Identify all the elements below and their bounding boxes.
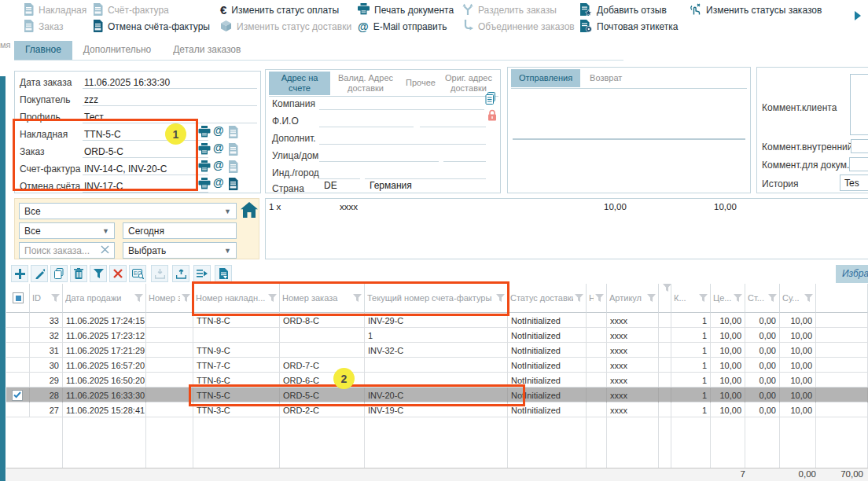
company-input[interactable] xyxy=(319,109,484,110)
grid-cell[interactable]: 1 xyxy=(671,328,711,343)
grid-cell[interactable]: 10,00 xyxy=(711,358,745,373)
grid-cell[interactable]: 10,00 xyxy=(711,313,745,328)
grid-cell[interactable]: 11.06.2025 17:21:29 xyxy=(63,343,146,358)
internal-comment-input[interactable] xyxy=(851,139,868,153)
grid-cell[interactable]: 27 xyxy=(30,402,63,417)
export-page-button[interactable] xyxy=(215,265,232,282)
side-strip[interactable] xyxy=(0,76,6,481)
header-cell[interactable] xyxy=(659,284,671,313)
filter-icon[interactable] xyxy=(768,294,777,302)
grid-cell[interactable]: 11.06.2025 16:50:20 xyxy=(63,373,146,388)
grid-cell[interactable]: 1 xyxy=(671,343,711,358)
grid-cell[interactable] xyxy=(587,373,607,388)
delete-button[interactable] xyxy=(70,265,87,282)
grid-cell[interactable] xyxy=(146,373,193,388)
grid-cell[interactable]: INV-19-C xyxy=(365,402,508,417)
grid-cell[interactable]: 1 xyxy=(671,358,711,373)
grid-cell[interactable]: TTN-9-C xyxy=(193,343,280,358)
grid-cell[interactable]: 10,00 xyxy=(780,343,816,358)
cancel-invoice-doc-button[interactable] xyxy=(228,178,238,193)
tab-additional[interactable]: Дополнительно xyxy=(72,41,162,60)
filter-icon[interactable] xyxy=(134,294,143,302)
waybill-button[interactable]: Накладная xyxy=(24,3,86,17)
merge-orders-button[interactable]: Объединение заказов xyxy=(462,20,575,34)
filter-icon[interactable] xyxy=(699,294,708,302)
grid-cell[interactable]: 0,00 xyxy=(745,373,780,388)
invoice-button[interactable]: Счёт-фактура xyxy=(93,3,169,17)
grid-cell[interactable]: ORD-7-C xyxy=(280,358,365,373)
grid-cell[interactable] xyxy=(659,313,671,328)
filter-button[interactable] xyxy=(90,265,107,282)
grid-cell[interactable] xyxy=(146,343,193,358)
tab-main[interactable]: Главное xyxy=(14,41,72,60)
filter-icon[interactable] xyxy=(51,294,60,302)
grid-cell[interactable]: xxxx xyxy=(607,328,659,343)
email-cancel-invoice-button[interactable]: @ xyxy=(213,176,224,189)
change-delivery-status-button[interactable]: Изменить статус доставки xyxy=(220,20,351,34)
grid-cell[interactable]: NotInitialized xyxy=(508,358,587,373)
grid-cell[interactable]: xxxx xyxy=(607,402,659,417)
grid-row[interactable]: 3311.06.2025 17:24:15TTN-8-CORD-8-CINV-2… xyxy=(6,313,868,328)
grid-cell[interactable] xyxy=(587,328,607,343)
grid-cell[interactable]: ORD-8-C xyxy=(280,313,365,328)
import-button[interactable] xyxy=(151,265,168,282)
change-payment-status-button[interactable]: € Изменить статус оплаты xyxy=(220,3,339,17)
grid-cell[interactable] xyxy=(816,402,868,417)
filter-icon[interactable] xyxy=(182,294,190,302)
grid-cell[interactable]: xxxx xyxy=(607,358,659,373)
grid-cell[interactable]: 0,00 xyxy=(745,358,780,373)
print-invoice-button[interactable] xyxy=(198,160,211,175)
change-order-statuses-button[interactable]: Изменить статусы заказов xyxy=(689,3,822,17)
favorites-tab[interactable]: Избра xyxy=(836,265,868,283)
grid-cell[interactable]: 10,00 xyxy=(780,388,816,402)
history-input[interactable]: Tes xyxy=(840,175,868,191)
grid-cell[interactable]: TTN-8-C xyxy=(193,313,280,328)
filter-icon[interactable] xyxy=(647,294,656,302)
grid-cell[interactable]: 10,00 xyxy=(780,358,816,373)
grid-cell[interactable]: NotInitialized xyxy=(508,388,587,402)
grid-cell[interactable]: 10,00 xyxy=(780,373,816,388)
grid-cell[interactable]: 0,00 xyxy=(745,343,780,358)
grid-cell[interactable] xyxy=(659,373,671,388)
grid-cell[interactable] xyxy=(659,388,671,402)
grid-cell[interactable]: 11.06.2025 15:28:41 xyxy=(63,402,146,417)
tab-order-details[interactable]: Детали заказов xyxy=(162,41,252,60)
header-cell[interactable]: Дата продажи xyxy=(63,284,146,313)
grid-cell[interactable]: 29 xyxy=(30,373,63,388)
grid-cell[interactable] xyxy=(146,402,193,417)
status-filter-select[interactable]: Все▼ xyxy=(19,203,237,219)
grid-cell[interactable]: 10,00 xyxy=(711,388,745,402)
filter-icon[interactable] xyxy=(663,284,671,292)
grid-cell[interactable] xyxy=(6,373,30,388)
grid-cell[interactable]: xxxx xyxy=(607,373,659,388)
grid-cell[interactable]: 10,00 xyxy=(711,373,745,388)
grid-cell[interactable]: 11.06.2025 16:57:20 xyxy=(63,358,146,373)
grid-cell[interactable] xyxy=(6,343,30,358)
split-orders-button[interactable]: Разделить заказы xyxy=(462,3,557,17)
header-cell[interactable]: Номер з... xyxy=(146,284,193,313)
grid-cell[interactable] xyxy=(587,402,607,417)
grid-cell[interactable] xyxy=(816,388,868,402)
grid-cell[interactable]: 10,00 xyxy=(711,343,745,358)
header-cell[interactable]: Це... xyxy=(711,284,745,313)
header-cell[interactable]: Номер накладн... xyxy=(193,284,280,313)
filter-icon[interactable] xyxy=(734,294,742,302)
grid-cell[interactable] xyxy=(816,343,868,358)
grid-cell[interactable]: 10,00 xyxy=(780,402,816,417)
tab-shipments[interactable]: Отправления xyxy=(511,69,580,87)
grid-cell[interactable] xyxy=(146,358,193,373)
grid-cell[interactable]: 10,00 xyxy=(780,328,816,343)
grid-row[interactable]: 2911.06.2025 16:50:20TTN-6-CORD-6-CNotIn… xyxy=(6,373,868,388)
grid-cell[interactable]: NotInitialized xyxy=(508,402,587,417)
filter-icon[interactable] xyxy=(268,294,277,302)
grid-cell[interactable] xyxy=(659,328,671,343)
tab-valid-shipping-address[interactable]: Валид. Адрес доставки xyxy=(330,72,401,95)
grid-cell[interactable] xyxy=(6,402,30,417)
grid-cell[interactable]: INV-29-C xyxy=(365,313,508,328)
clear-filter-button[interactable] xyxy=(109,265,127,282)
grid-cell[interactable] xyxy=(587,343,607,358)
filter-icon[interactable] xyxy=(575,294,583,302)
print-order-button[interactable] xyxy=(198,143,211,157)
zip-input[interactable] xyxy=(319,178,360,179)
grid-cell[interactable] xyxy=(365,373,508,388)
